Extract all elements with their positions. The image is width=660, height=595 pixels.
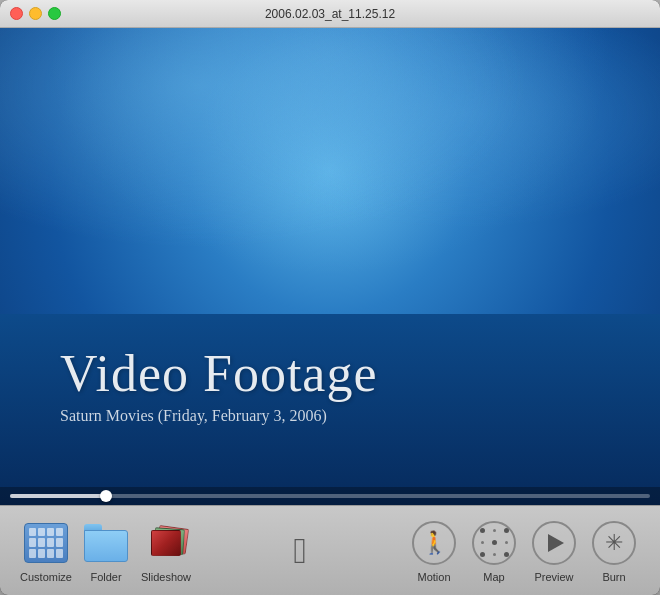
motion-icon: 🚶 (412, 521, 456, 565)
burn-icon-wrapper: ✳ (590, 519, 638, 567)
window-title: 2006.02.03_at_11.25.12 (265, 7, 395, 21)
toolbar-item-folder[interactable]: Folder (80, 519, 132, 583)
customize-icon-wrapper (22, 519, 70, 567)
toolbar: Customize Folder (0, 505, 660, 595)
toolbar-item-apple[interactable]:  (274, 527, 326, 575)
burn-icon: ✳ (592, 521, 636, 565)
scrubber-area[interactable] (0, 487, 660, 505)
folder-icon (84, 524, 128, 562)
video-area: Video Footage Saturn Movies (Friday, Feb… (0, 28, 660, 505)
toolbar-item-map[interactable]: Map (468, 519, 520, 583)
preview-icon (532, 521, 576, 565)
video-overlay: Video Footage Saturn Movies (Friday, Feb… (0, 344, 660, 425)
toolbar-item-slideshow[interactable]: Slideshow (140, 519, 192, 583)
preview-icon-wrapper (530, 519, 578, 567)
motion-icon-wrapper: 🚶 (410, 519, 458, 567)
video-subtitle: Saturn Movies (Friday, February 3, 2006) (60, 407, 660, 425)
map-label: Map (483, 571, 504, 583)
slideshow-icon (144, 523, 188, 563)
slideshow-icon-wrapper (142, 519, 190, 567)
toolbar-group-left: Customize Folder (20, 519, 192, 583)
play-triangle-icon (548, 534, 564, 552)
preview-label: Preview (534, 571, 573, 583)
zoom-button[interactable] (48, 7, 61, 20)
window-controls (10, 7, 61, 20)
close-button[interactable] (10, 7, 23, 20)
titlebar: 2006.02.03_at_11.25.12 (0, 0, 660, 28)
apple-icon:  (293, 533, 306, 569)
toolbar-item-customize[interactable]: Customize (20, 519, 72, 583)
folder-label: Folder (90, 571, 121, 583)
customize-icon (24, 523, 68, 563)
toolbar-item-preview[interactable]: Preview (528, 519, 580, 583)
minimize-button[interactable] (29, 7, 42, 20)
motion-label: Motion (417, 571, 450, 583)
map-icon-wrapper (470, 519, 518, 567)
folder-icon-wrapper (82, 519, 130, 567)
video-background: Video Footage Saturn Movies (Friday, Feb… (0, 28, 660, 505)
scrubber-thumb[interactable] (100, 490, 112, 502)
scrubber-track[interactable] (10, 494, 650, 498)
scrubber-fill (10, 494, 106, 498)
toolbar-item-burn[interactable]: ✳ Burn (588, 519, 640, 583)
main-window: 2006.02.03_at_11.25.12 Video Footage Sat… (0, 0, 660, 595)
video-title: Video Footage (60, 344, 660, 403)
map-icon (472, 521, 516, 565)
toolbar-group-right: 🚶 Motion (408, 519, 640, 583)
apple-icon-wrapper:  (276, 527, 324, 575)
burn-label: Burn (602, 571, 625, 583)
slideshow-label: Slideshow (141, 571, 191, 583)
customize-label: Customize (20, 571, 72, 583)
toolbar-item-motion[interactable]: 🚶 Motion (408, 519, 460, 583)
